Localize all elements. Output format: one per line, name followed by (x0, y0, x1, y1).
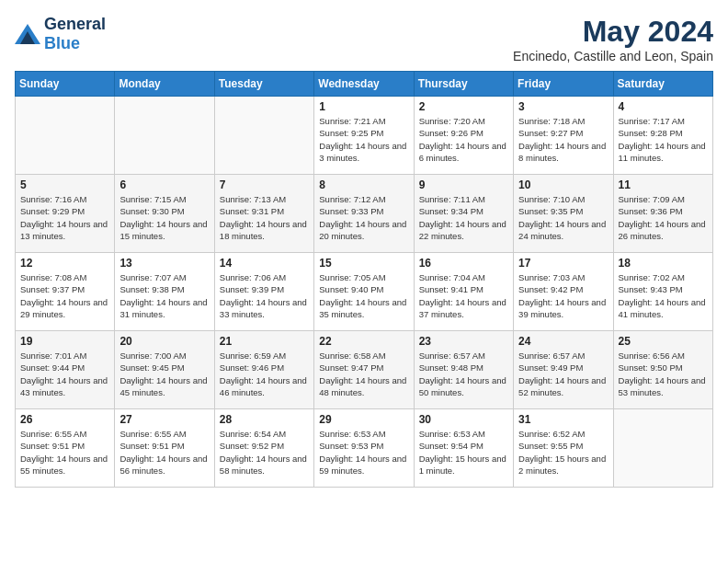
calendar-cell: 27 Sunrise: 6:55 AMSunset: 9:51 PMDaylig… (115, 409, 214, 488)
calendar-cell: 2 Sunrise: 7:20 AMSunset: 9:26 PMDayligh… (414, 97, 513, 175)
calendar-cell: 10 Sunrise: 7:10 AMSunset: 9:35 PMDaylig… (514, 175, 613, 253)
calendar-cell: 29 Sunrise: 6:53 AMSunset: 9:53 PMDaylig… (314, 409, 414, 488)
day-number: 9 (419, 178, 508, 191)
day-number: 31 (518, 413, 608, 426)
day-info: Sunrise: 7:17 AMSunset: 9:28 PMDaylight:… (619, 115, 708, 164)
day-info: Sunrise: 7:16 AMSunset: 9:29 PMDaylight:… (20, 193, 109, 242)
weekday-header: Monday (115, 72, 214, 97)
day-info: Sunrise: 6:57 AMSunset: 9:49 PMDaylight:… (518, 350, 608, 398)
calendar-cell: 25 Sunrise: 6:56 AMSunset: 9:50 PMDaylig… (613, 331, 712, 409)
location-title: Encinedo, Castille and Leon, Spain (513, 49, 713, 63)
weekday-header: Sunday (16, 72, 115, 97)
calendar-cell: 24 Sunrise: 6:57 AMSunset: 9:49 PMDaylig… (514, 331, 613, 409)
calendar-cell: 13 Sunrise: 7:07 AMSunset: 9:38 PMDaylig… (115, 253, 214, 331)
logo-general: General (44, 15, 106, 33)
calendar-cell: 19 Sunrise: 7:01 AMSunset: 9:44 PMDaylig… (16, 331, 115, 409)
day-info: Sunrise: 7:07 AMSunset: 9:38 PMDaylight:… (119, 271, 209, 320)
calendar-cell: 8 Sunrise: 7:12 AMSunset: 9:33 PMDayligh… (314, 175, 414, 253)
day-info: Sunrise: 7:13 AMSunset: 9:31 PMDaylight:… (220, 193, 309, 242)
calendar-week-row: 19 Sunrise: 7:01 AMSunset: 9:44 PMDaylig… (16, 331, 713, 409)
day-info: Sunrise: 6:58 AMSunset: 9:47 PMDaylight:… (319, 350, 408, 398)
calendar-cell: 17 Sunrise: 7:03 AMSunset: 9:42 PMDaylig… (514, 253, 613, 331)
day-number: 24 (518, 335, 608, 348)
calendar-table: SundayMondayTuesdayWednesdayThursdayFrid… (15, 71, 713, 488)
day-info: Sunrise: 7:06 AMSunset: 9:39 PMDaylight:… (220, 271, 309, 320)
calendar-cell: 6 Sunrise: 7:15 AMSunset: 9:30 PMDayligh… (115, 175, 214, 253)
day-info: Sunrise: 6:56 AMSunset: 9:50 PMDaylight:… (619, 350, 708, 398)
day-info: Sunrise: 6:52 AMSunset: 9:55 PMDaylight:… (518, 428, 608, 477)
title-area: May 2024 Encinedo, Castille and Leon, Sp… (513, 15, 713, 63)
day-info: Sunrise: 7:12 AMSunset: 9:33 PMDaylight:… (319, 193, 408, 242)
calendar-cell: 3 Sunrise: 7:18 AMSunset: 9:27 PMDayligh… (514, 97, 613, 175)
day-number: 12 (20, 257, 109, 270)
calendar-cell (115, 97, 214, 175)
day-info: Sunrise: 7:15 AMSunset: 9:30 PMDaylight:… (119, 193, 209, 242)
calendar-week-row: 1 Sunrise: 7:21 AMSunset: 9:25 PMDayligh… (16, 97, 713, 175)
day-info: Sunrise: 7:10 AMSunset: 9:35 PMDaylight:… (518, 193, 608, 242)
calendar-cell: 23 Sunrise: 6:57 AMSunset: 9:48 PMDaylig… (414, 331, 513, 409)
calendar-cell: 26 Sunrise: 6:55 AMSunset: 9:51 PMDaylig… (16, 409, 115, 488)
day-info: Sunrise: 6:57 AMSunset: 9:48 PMDaylight:… (419, 350, 508, 398)
day-number: 2 (419, 100, 508, 113)
calendar-cell (613, 409, 712, 488)
day-number: 19 (20, 335, 109, 348)
day-number: 5 (20, 178, 109, 191)
calendar-cell (214, 97, 313, 175)
day-info: Sunrise: 7:09 AMSunset: 9:36 PMDaylight:… (619, 193, 708, 242)
day-info: Sunrise: 7:00 AMSunset: 9:45 PMDaylight:… (119, 350, 209, 398)
day-info: Sunrise: 7:11 AMSunset: 9:34 PMDaylight:… (419, 193, 508, 242)
day-info: Sunrise: 7:05 AMSunset: 9:40 PMDaylight:… (319, 271, 408, 320)
day-info: Sunrise: 6:55 AMSunset: 9:51 PMDaylight:… (20, 428, 109, 477)
calendar-cell: 22 Sunrise: 6:58 AMSunset: 9:47 PMDaylig… (314, 331, 414, 409)
day-info: Sunrise: 7:08 AMSunset: 9:37 PMDaylight:… (20, 271, 109, 320)
day-info: Sunrise: 7:18 AMSunset: 9:27 PMDaylight:… (518, 115, 608, 164)
day-info: Sunrise: 7:01 AMSunset: 9:44 PMDaylight:… (20, 350, 109, 398)
day-number: 20 (119, 335, 209, 348)
day-info: Sunrise: 7:04 AMSunset: 9:41 PMDaylight:… (419, 271, 508, 320)
day-info: Sunrise: 7:02 AMSunset: 9:43 PMDaylight:… (619, 271, 708, 320)
day-info: Sunrise: 7:03 AMSunset: 9:42 PMDaylight:… (518, 271, 608, 320)
calendar-cell: 14 Sunrise: 7:06 AMSunset: 9:39 PMDaylig… (214, 253, 313, 331)
weekday-header: Wednesday (314, 72, 414, 97)
calendar-cell: 12 Sunrise: 7:08 AMSunset: 9:37 PMDaylig… (16, 253, 115, 331)
page-header: General Blue May 2024 Encinedo, Castille… (15, 15, 713, 63)
calendar-cell: 21 Sunrise: 6:59 AMSunset: 9:46 PMDaylig… (214, 331, 313, 409)
day-number: 7 (220, 178, 309, 191)
day-info: Sunrise: 6:53 AMSunset: 9:54 PMDaylight:… (419, 428, 508, 477)
logo-text: General Blue (44, 15, 106, 53)
calendar-cell: 31 Sunrise: 6:52 AMSunset: 9:55 PMDaylig… (514, 409, 613, 488)
day-number: 23 (419, 335, 508, 348)
day-number: 11 (619, 178, 708, 191)
calendar-cell: 11 Sunrise: 7:09 AMSunset: 9:36 PMDaylig… (613, 175, 712, 253)
day-number: 27 (119, 413, 209, 426)
day-number: 22 (319, 335, 408, 348)
logo: General Blue (15, 15, 106, 53)
day-info: Sunrise: 6:53 AMSunset: 9:53 PMDaylight:… (319, 428, 408, 477)
day-number: 3 (518, 100, 608, 113)
day-number: 1 (319, 100, 408, 113)
day-number: 25 (619, 335, 708, 348)
day-number: 6 (119, 178, 209, 191)
weekday-header: Saturday (613, 72, 712, 97)
day-number: 21 (220, 335, 309, 348)
day-number: 26 (20, 413, 109, 426)
calendar-cell: 20 Sunrise: 7:00 AMSunset: 9:45 PMDaylig… (115, 331, 214, 409)
day-number: 17 (518, 257, 608, 270)
calendar-week-row: 12 Sunrise: 7:08 AMSunset: 9:37 PMDaylig… (16, 253, 713, 331)
day-number: 15 (319, 257, 408, 270)
calendar-cell: 15 Sunrise: 7:05 AMSunset: 9:40 PMDaylig… (314, 253, 414, 331)
calendar-cell: 7 Sunrise: 7:13 AMSunset: 9:31 PMDayligh… (214, 175, 313, 253)
calendar-cell: 30 Sunrise: 6:53 AMSunset: 9:54 PMDaylig… (414, 409, 513, 488)
weekday-header-row: SundayMondayTuesdayWednesdayThursdayFrid… (16, 72, 713, 97)
day-info: Sunrise: 6:55 AMSunset: 9:51 PMDaylight:… (119, 428, 209, 477)
month-title: May 2024 (513, 15, 713, 49)
weekday-header: Friday (514, 72, 613, 97)
calendar-cell: 4 Sunrise: 7:17 AMSunset: 9:28 PMDayligh… (613, 97, 712, 175)
calendar-cell (16, 97, 115, 175)
calendar-cell: 5 Sunrise: 7:16 AMSunset: 9:29 PMDayligh… (16, 175, 115, 253)
calendar-cell: 9 Sunrise: 7:11 AMSunset: 9:34 PMDayligh… (414, 175, 513, 253)
weekday-header: Thursday (414, 72, 513, 97)
logo-icon (15, 24, 40, 44)
day-number: 16 (419, 257, 508, 270)
day-number: 18 (619, 257, 708, 270)
